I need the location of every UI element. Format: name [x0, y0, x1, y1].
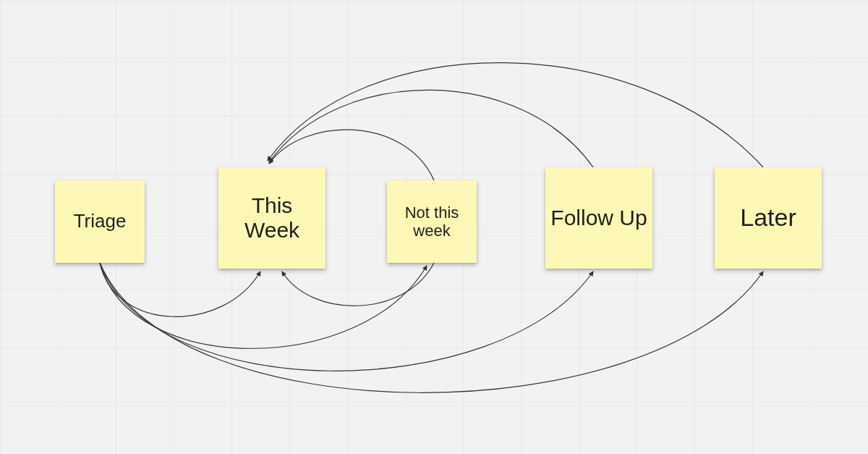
edge-triage-notthis — [100, 263, 427, 348]
edge-later-thisweek-above — [268, 63, 763, 167]
edge-triage-thisweek — [100, 263, 260, 316]
diagram-canvas[interactable]: Triage This Week Not this week Follow Up… — [0, 0, 868, 454]
note-label: This Week — [223, 193, 321, 243]
note-later[interactable]: Later — [715, 167, 822, 269]
note-triage[interactable]: Triage — [55, 180, 145, 263]
note-label: Follow Up — [550, 206, 647, 231]
note-label: Not this week — [391, 203, 472, 240]
edge-triage-later — [100, 263, 763, 392]
note-not-this-week[interactable]: Not this week — [387, 180, 477, 263]
edge-followup-thisweek-above — [269, 90, 593, 167]
note-label: Later — [740, 203, 796, 232]
note-label: Triage — [74, 211, 127, 232]
edge-notthis-thisweek-below — [282, 263, 434, 306]
note-this-week[interactable]: This Week — [218, 167, 326, 269]
note-follow-up[interactable]: Follow Up — [545, 167, 652, 269]
edge-triage-followup — [100, 263, 593, 371]
